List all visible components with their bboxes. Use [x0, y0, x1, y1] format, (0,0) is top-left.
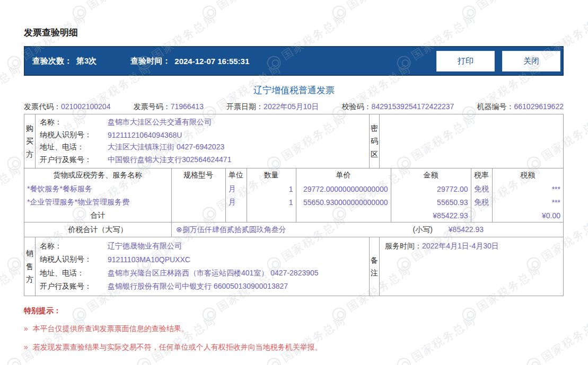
- item-unit: 月: [225, 182, 247, 195]
- buyer-address-value: 大洼区大洼镇珠江街 0427-6942023: [108, 143, 224, 152]
- machine-number-label: 机器编号：: [477, 102, 514, 111]
- tax-emblem-icon: [330, 3, 349, 22]
- service-period-label: 服务时间：: [385, 242, 422, 250]
- watermark-tile: 国家税务总局: [69, 0, 154, 22]
- total-label: 合计: [24, 209, 171, 222]
- amount-small-group: (小写) ¥85422.93: [413, 225, 484, 235]
- item-tax-rate: 免税: [471, 182, 492, 195]
- invoice-box: 购买方 名称： 盘锦市大洼区公共交通有限公司 纳税人识别号： 912111210…: [24, 114, 564, 296]
- invoice-date-value: 2022年05月10日: [264, 102, 319, 111]
- field-label: 开户行及账号：: [40, 155, 108, 165]
- field-label: 纳税人识别号：: [40, 130, 108, 140]
- empty-cell: [171, 209, 225, 222]
- field-label: 名称：: [40, 118, 108, 127]
- empty-cell: [225, 209, 247, 222]
- seller-address-value: 盘锦市兴隆台区庄林路西（市客运站四楼401室） 0427-2823905: [108, 269, 319, 278]
- page-title: 发票查验明细: [24, 26, 78, 39]
- invoice-code-label: 发票代码：: [24, 102, 61, 111]
- tax-emblem-icon: [5, 355, 24, 365]
- amount-in-words: ⊗捌万伍仟肆佰贰拾贰圆玖角叁分: [176, 225, 286, 235]
- meta-invoice-code: 发票代码：021002100204: [24, 102, 110, 112]
- remark-label: 备注: [371, 254, 379, 280]
- watermark-text: 国家税务总局: [0, 263, 24, 315]
- meta-invoice-date: 开票日期：2022年05月10日: [226, 102, 319, 112]
- tax-emblem-icon: [460, 305, 479, 324]
- invoice-verification-page: 发票查验明细 查验次数： 第3次 查验时间： 2024-12-07 16:55:…: [0, 0, 588, 365]
- notice-title: 特别提示：: [24, 306, 322, 316]
- invoice-number-label: 发票号码：: [134, 102, 171, 111]
- field-label: 地址、电话：: [40, 143, 108, 152]
- items-header-row: 货物或应税劳务、服务名称 规格型号 单位 数量 单价 金额 税率 税额: [24, 168, 563, 182]
- item-qty: 1: [247, 195, 296, 209]
- item-tax-amount: ***: [492, 195, 563, 209]
- password-side-column: 密码区: [369, 114, 380, 168]
- item-unit-price: 29772.000000000000000: [296, 182, 391, 195]
- remark-side-column: 备注: [369, 237, 380, 296]
- meta-machine-number: 机器编号：661029619622: [477, 102, 564, 112]
- seller-side-column: 销售方: [24, 237, 36, 296]
- col-header-price: 单价: [296, 168, 391, 182]
- empty-cell: [296, 209, 391, 222]
- amount-small-label: (小写): [413, 225, 432, 235]
- tax-emblem-icon: [330, 305, 349, 324]
- tax-emblem-icon: [265, 355, 284, 365]
- invoice-date-label: 开票日期：: [226, 102, 264, 111]
- item-amount: 29772.00: [391, 182, 471, 195]
- close-button[interactable]: 关闭: [502, 51, 560, 72]
- meta-invoice-number: 发票号码：71966413: [134, 102, 204, 112]
- check-time-value: 2024-12-07 16:55:31: [174, 57, 249, 66]
- notice-item-text: 若发现发票查验结果与实际交易不符，任何单位或个人有权拒收并向当地税务机关举报。: [33, 343, 322, 351]
- watermark-text: 国家税务总局: [214, 0, 284, 13]
- seller-bank-value: 盘锦银行股份有限公司中银支行 660050130900013827: [108, 282, 288, 291]
- amount-small-value: ¥85422.93: [449, 225, 484, 235]
- buyer-address-row: 地址、电话： 大洼区大洼镇珠江街 0427-6942023: [40, 143, 369, 152]
- amount-in-words-label: 价税合计（大写）: [24, 225, 171, 235]
- item-amount: 55650.93: [391, 195, 471, 209]
- watermark-text: 国家税务总局: [0, 162, 24, 215]
- watermark-tile: 国家税务总局: [329, 0, 414, 22]
- notice-item-text: 本平台仅提供所查询发票票面信息的查验结果。: [33, 324, 189, 333]
- field-label: 开户行及账号：: [40, 282, 108, 291]
- notice-item: »本平台仅提供所查询发票票面信息的查验结果。: [24, 323, 322, 334]
- watermark-text: 国家税务总局: [539, 313, 588, 365]
- buyer-side-label: 购买方: [26, 122, 34, 161]
- col-header-unit: 单位: [225, 168, 247, 182]
- item-row: *企业管理服务*物业管理服务费 月 1 55650.93000000000000…: [24, 195, 563, 209]
- check-time-label: 查验时间：: [130, 56, 170, 66]
- amount-in-words-cell: ⊗捌万伍仟肆佰贰拾贰圆玖角叁分 (小写) ¥85422.93: [171, 222, 563, 237]
- tax-emblem-icon: [5, 255, 24, 274]
- tax-emblem-icon: [200, 3, 219, 22]
- item-spec: [171, 182, 225, 195]
- tax-emblem-icon: [5, 54, 24, 73]
- watermark-tile: 国家税务总局: [199, 0, 284, 22]
- verification-info: 查验次数： 第3次 查验时间： 2024-12-07 16:55:31: [25, 56, 249, 66]
- col-header-tax-rate: 税率: [471, 168, 492, 182]
- check-code-value: 84291539254172422237: [372, 102, 454, 111]
- item-name: *餐饮服务*餐标服务: [24, 182, 171, 195]
- items-table: 货物或应税劳务、服务名称 规格型号 单位 数量 单价 金额 税率 税额 *餐饮服…: [24, 168, 563, 222]
- buyer-taxid-value: 91211121064094368U: [108, 131, 182, 139]
- buyer-bank-row: 开户行及账号： 中国银行盘锦大洼支行302564624471: [40, 155, 369, 165]
- print-button[interactable]: 打印: [436, 51, 495, 72]
- field-label: 名称：: [40, 242, 108, 251]
- bullet-icon: »: [24, 343, 28, 351]
- bar-buttons: 打印 关闭: [436, 51, 563, 72]
- empty-cell: [471, 209, 492, 222]
- tax-emblem-icon: [394, 355, 414, 365]
- seller-fields: 名称： 辽宁德晟物业有限公司 纳税人识别号： 91211103MA10QPUXX…: [36, 237, 369, 296]
- seller-address-row: 地址、电话： 盘锦市兴隆台区庄林路西（市客运站四楼401室） 0427-2823…: [40, 269, 369, 278]
- buyer-name-row: 名称： 盘锦市大洼区公共交通有限公司: [40, 118, 369, 127]
- col-header-qty: 数量: [247, 168, 296, 182]
- tax-emblem-icon: [5, 154, 24, 173]
- field-label: 地址、电话：: [40, 269, 108, 278]
- seller-name-row: 名称： 辽宁德晟物业有限公司: [40, 242, 369, 251]
- tax-emblem-icon: [524, 355, 543, 365]
- item-qty: 1: [247, 182, 296, 195]
- col-header-name: 货物或应税劳务、服务名称: [24, 168, 171, 182]
- invoice-code-value: 021002100204: [61, 102, 110, 111]
- item-unit: 月: [225, 195, 247, 209]
- item-name: *企业管理服务*物业管理服务费: [24, 195, 171, 209]
- seller-side-label: 销售方: [26, 247, 34, 286]
- watermark-text: 国家税务总局: [84, 0, 154, 13]
- password-area-label: 密码区: [371, 122, 379, 161]
